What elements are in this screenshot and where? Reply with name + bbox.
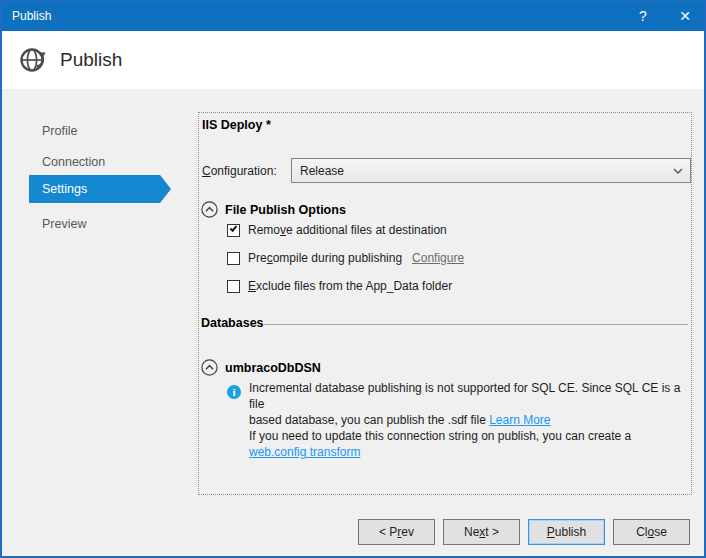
- umbracodbdsn-toggle[interactable]: umbracoDbDSN: [201, 359, 321, 376]
- page-title: Publish: [60, 49, 122, 71]
- file-publish-options-title: File Publish Options: [225, 203, 346, 217]
- checkbox-label: Remove additional files at destination: [248, 223, 447, 237]
- sidebar-item-profile[interactable]: Profile: [42, 124, 77, 138]
- remove-additional-files-checkbox[interactable]: [227, 224, 240, 237]
- settings-panel: IIS Deploy * Configuration: Release File…: [198, 112, 692, 495]
- configuration-value: Release: [300, 164, 344, 178]
- collapse-chevron-icon: [201, 359, 218, 376]
- publish-dialog: Publish ? ✕ Publish Profile Connection S…: [0, 0, 706, 558]
- sidebar-item-connection[interactable]: Connection: [42, 155, 105, 169]
- sidebar-item-label: Settings: [42, 182, 87, 196]
- close-button[interactable]: Close: [613, 519, 690, 545]
- sqlce-info-text: Incremental database publishing is not s…: [249, 380, 691, 428]
- iis-deploy-heading: IIS Deploy *: [202, 118, 271, 132]
- connection-string-name: umbracoDbDSN: [225, 361, 321, 375]
- sidebar-item-preview[interactable]: Preview: [42, 217, 86, 231]
- title-bar: Publish ? ✕: [0, 0, 706, 31]
- databases-divider: [264, 324, 688, 325]
- help-button[interactable]: ?: [622, 0, 664, 31]
- learn-more-link[interactable]: Learn More: [489, 413, 550, 427]
- info-icon: i: [227, 385, 241, 399]
- configure-link[interactable]: Configure: [412, 251, 464, 265]
- publish-button[interactable]: Publish: [528, 519, 605, 545]
- window-title: Publish: [12, 9, 51, 23]
- checkbox-label: Exclude files from the App_Data folder: [248, 279, 452, 293]
- check-icon: [230, 224, 238, 232]
- checkbox-label: Precompile during publishing: [248, 251, 402, 265]
- configuration-label: Configuration:: [202, 164, 277, 178]
- file-publish-options-toggle[interactable]: File Publish Options: [201, 201, 346, 218]
- dialog-header: Publish: [0, 31, 706, 89]
- precompile-row: Precompile during publishing Configure: [227, 251, 464, 265]
- next-button[interactable]: Next >: [443, 519, 520, 545]
- publish-globe-icon: [18, 45, 48, 75]
- chevron-down-icon: [673, 168, 683, 174]
- exclude-appdata-checkbox[interactable]: [227, 280, 240, 293]
- transform-note-text: If you need to update this connection st…: [249, 428, 691, 460]
- prev-button[interactable]: < Prev: [358, 519, 435, 545]
- exclude-appdata-row: Exclude files from the App_Data folder: [227, 279, 452, 293]
- configuration-select[interactable]: Release: [291, 158, 691, 183]
- webconfig-transform-link[interactable]: web.config transform: [249, 445, 360, 459]
- close-window-button[interactable]: ✕: [664, 0, 706, 31]
- remove-additional-files-row: Remove additional files at destination: [227, 223, 447, 237]
- selected-arrow: [160, 175, 171, 203]
- databases-heading: Databases: [201, 316, 264, 330]
- precompile-checkbox[interactable]: [227, 252, 240, 265]
- collapse-chevron-icon: [201, 201, 218, 218]
